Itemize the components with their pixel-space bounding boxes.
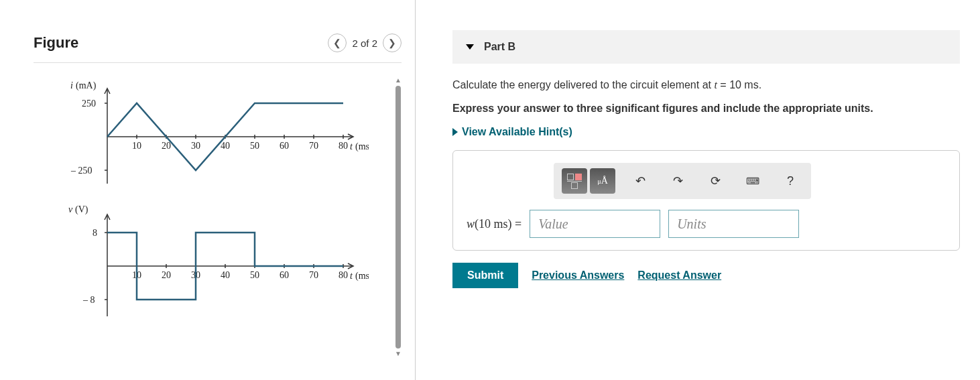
figure-nav: ❮ 2 of 2 ❯: [328, 34, 402, 52]
answer-toolbar: μÅ ↶ ↷ ⟳ ⌨ ?: [554, 163, 811, 199]
answer-label: w(10 ms) =: [467, 217, 522, 231]
svg-text:v: v: [68, 204, 73, 214]
svg-text:60: 60: [280, 141, 289, 151]
figure-counter: 2 of 2: [352, 38, 377, 49]
reset-button[interactable]: ⟳: [702, 168, 728, 194]
svg-text:8: 8: [93, 228, 97, 238]
answer-box: μÅ ↶ ↷ ⟳ ⌨ ? w(10 ms) = Value Units: [452, 150, 960, 251]
scroll-down-icon[interactable]: ▼: [395, 350, 402, 358]
svg-text:30: 30: [191, 141, 200, 151]
figure-title: Figure: [34, 34, 78, 52]
answer-arg: (10 ms) =: [475, 217, 522, 231]
svg-text:– 250: – 250: [70, 166, 93, 176]
svg-text:50: 50: [250, 270, 259, 280]
svg-text:250: 250: [82, 99, 96, 109]
undo-button[interactable]: ↶: [627, 168, 653, 194]
svg-text:– 8: – 8: [82, 295, 95, 305]
units-input[interactable]: Units: [668, 210, 799, 238]
figure-content: i (mA) 250 – 250 10 20 30 40 50 60 70: [34, 76, 402, 358]
svg-text:70: 70: [309, 141, 318, 151]
svg-text:(ms): (ms): [355, 271, 369, 281]
svg-text:80: 80: [339, 270, 348, 280]
request-answer-link[interactable]: Request Answer: [637, 269, 721, 281]
question-text: Calculate the energy delivered to the ci…: [452, 77, 960, 93]
value-placeholder: Value: [538, 216, 568, 232]
svg-text:(ms): (ms): [355, 141, 369, 152]
question-eq: = 10 ms: [717, 79, 759, 90]
svg-text:80: 80: [339, 141, 348, 151]
figure-scrollbar[interactable]: ▲ ▼: [395, 76, 402, 358]
question-post: .: [759, 79, 761, 90]
hints-toggle[interactable]: View Available Hint(s): [452, 126, 960, 138]
svg-text:t: t: [350, 271, 353, 281]
svg-text:10: 10: [132, 141, 141, 151]
question-instruction: Express your answer to three significant…: [452, 101, 960, 116]
figure-panel: Figure ❮ 2 of 2 ❯ i (mA) 250 – 25: [0, 0, 416, 380]
svg-text:40: 40: [221, 141, 230, 151]
units-template-button[interactable]: μÅ: [590, 168, 615, 194]
voltage-chart: v (V) 8 – 8 10 20 30 40 50 60 70 80 t (m…: [34, 199, 369, 333]
svg-text:(mA): (mA): [76, 80, 97, 91]
hints-label: View Available Hint(s): [462, 126, 572, 138]
svg-text:t: t: [350, 141, 353, 151]
svg-text:(V): (V): [75, 204, 88, 215]
fraction-template-button[interactable]: [562, 168, 587, 194]
svg-text:50: 50: [250, 141, 259, 151]
caret-down-icon: [466, 44, 474, 50]
units-placeholder: Units: [677, 216, 706, 232]
scroll-up-icon[interactable]: ▲: [395, 76, 402, 84]
keyboard-button[interactable]: ⌨: [740, 168, 765, 194]
question-pre: Calculate the energy delivered to the ci…: [452, 79, 714, 90]
svg-text:40: 40: [221, 270, 230, 280]
previous-answers-link[interactable]: Previous Answers: [532, 269, 624, 281]
redo-button[interactable]: ↷: [665, 168, 690, 194]
svg-text:70: 70: [309, 270, 318, 280]
svg-text:i: i: [70, 80, 73, 90]
submit-button[interactable]: Submit: [452, 263, 518, 288]
help-button[interactable]: ?: [778, 168, 803, 194]
svg-text:60: 60: [280, 270, 289, 280]
scroll-track[interactable]: [395, 86, 401, 349]
svg-text:20: 20: [162, 270, 171, 280]
svg-text:20: 20: [162, 141, 171, 151]
part-header[interactable]: Part B: [452, 30, 960, 64]
action-row: Submit Previous Answers Request Answer: [452, 263, 960, 288]
part-title: Part B: [484, 41, 515, 53]
caret-right-icon: [452, 128, 458, 136]
answer-var: w: [467, 217, 475, 231]
current-chart: i (mA) 250 – 250 10 20 30 40 50 60 70: [34, 76, 369, 197]
question-panel: Part B Calculate the energy delivered to…: [416, 0, 980, 380]
prev-figure-button[interactable]: ❮: [328, 34, 347, 52]
value-input[interactable]: Value: [530, 210, 660, 238]
next-figure-button[interactable]: ❯: [383, 34, 402, 52]
